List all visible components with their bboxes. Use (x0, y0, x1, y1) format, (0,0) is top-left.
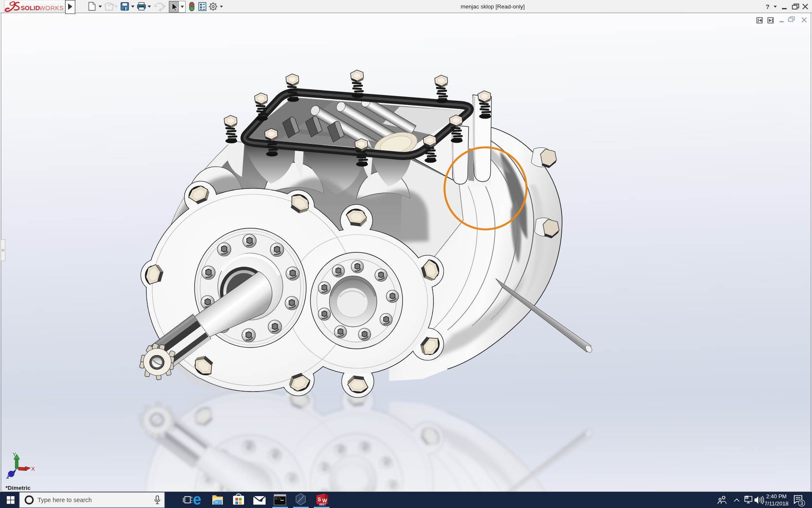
svg-text:X: X (31, 466, 35, 472)
svg-text:S: S (318, 497, 321, 502)
svg-text:7/11/2018: 7/11/2018 (765, 500, 789, 507)
svg-text:Type here to search: Type here to search (38, 497, 92, 503)
svg-text:*Dimetric: *Dimetric (5, 485, 31, 491)
svg-text:SOLID: SOLID (21, 5, 40, 11)
svg-text:2:40 PM: 2:40 PM (766, 493, 787, 500)
svg-text:WORKS: WORKS (39, 5, 64, 11)
svg-text:e: e (193, 491, 201, 508)
svg-text:menjac sklop [Read-only]: menjac sklop [Read-only] (461, 3, 525, 10)
svg-text:C:\: C:\ (275, 497, 281, 500)
svg-text:3: 3 (800, 500, 803, 506)
svg-text:?: ? (765, 3, 769, 10)
svg-text:2017: 2017 (319, 503, 326, 506)
